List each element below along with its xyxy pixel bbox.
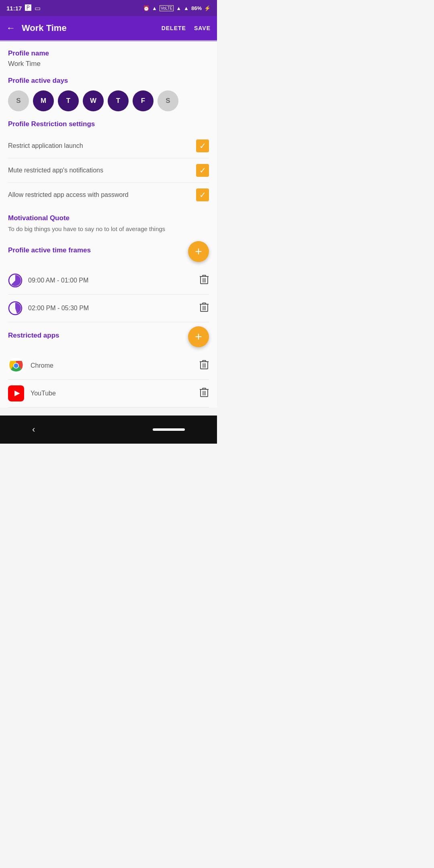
time-frame-item-0: 09:00 AM - 01:00 PM bbox=[8, 267, 209, 295]
clock-icon bbox=[8, 273, 23, 288]
day-circle-m[interactable]: M bbox=[33, 90, 54, 111]
restricted-apps-section: Restricted apps + Chrome bbox=[8, 326, 209, 407]
signal2-icon: ▲ bbox=[184, 5, 189, 11]
nav-back-icon[interactable]: ‹ bbox=[32, 424, 35, 435]
trash-icon bbox=[199, 359, 209, 370]
add-restricted-app-button[interactable]: + bbox=[188, 326, 209, 347]
battery-icon: ⚡ bbox=[204, 5, 211, 11]
clock-icon bbox=[8, 301, 23, 315]
restricted-apps-list: Chrome YouTube bbox=[8, 352, 209, 407]
day-circle-f[interactable]: F bbox=[133, 90, 154, 111]
restriction-checkbox-0[interactable]: ✓ bbox=[196, 139, 209, 152]
app-item-chrome: Chrome bbox=[8, 352, 209, 380]
restriction-section: Profile Restriction settings Restrict ap… bbox=[8, 120, 209, 207]
delete-app-youtube[interactable] bbox=[199, 387, 209, 400]
restriction-item-0: Restrict application launch ✓ bbox=[8, 134, 209, 158]
restriction-item-2: Allow restricted app access with passwor… bbox=[8, 183, 209, 207]
time-range-0: 09:00 AM - 01:00 PM bbox=[28, 277, 88, 284]
parking-icon: 🅿 bbox=[25, 4, 31, 12]
status-bar: 11:17 🅿 ▭ ⏰ ▲ VoLTE ▲ ▲ 86% ⚡ bbox=[0, 0, 217, 16]
trash-icon bbox=[199, 387, 209, 397]
profile-name-label: Profile name bbox=[8, 49, 209, 57]
restricted-apps-header: Restricted apps + bbox=[8, 326, 209, 347]
trash-icon bbox=[199, 302, 209, 312]
profile-name-value: Work Time bbox=[8, 60, 209, 68]
days-row: SMTWTFS bbox=[8, 90, 209, 111]
restricted-apps-label: Restricted apps bbox=[8, 332, 59, 340]
time-frame-item-1: 02:00 PM - 05:30 PM bbox=[8, 295, 209, 322]
active-days-label: Profile active days bbox=[8, 77, 209, 85]
save-button[interactable]: SAVE bbox=[194, 25, 211, 31]
delete-button[interactable]: DELETE bbox=[162, 25, 186, 31]
restriction-checkbox-1[interactable]: ✓ bbox=[196, 164, 209, 177]
day-circle-s[interactable]: S bbox=[8, 90, 29, 111]
status-icons: ⏰ ▲ VoLTE ▲ ▲ 86% ⚡ bbox=[143, 5, 211, 11]
add-time-frame-button[interactable]: + bbox=[188, 241, 209, 262]
quote-label: Motivational Quote bbox=[8, 214, 209, 222]
time-range-1: 02:00 PM - 05:30 PM bbox=[28, 305, 89, 312]
app-name-0: Chrome bbox=[31, 362, 53, 369]
restriction-text-0: Restrict application launch bbox=[8, 142, 83, 149]
restriction-checkbox-2[interactable]: ✓ bbox=[196, 188, 209, 201]
time-frames-header: Profile active time frames + bbox=[8, 241, 209, 262]
alarm-icon: ⏰ bbox=[143, 5, 149, 11]
delete-time-frame-0[interactable] bbox=[199, 274, 209, 287]
signal-icon: ▲ bbox=[176, 5, 181, 11]
delete-time-frame-1[interactable] bbox=[199, 302, 209, 315]
svg-point-21 bbox=[14, 363, 18, 368]
youtube-app-icon bbox=[8, 385, 24, 401]
volte-icon: VoLTE bbox=[160, 5, 174, 11]
status-time: 11:17 bbox=[6, 5, 22, 12]
app-bar: ← Work Time DELETE SAVE bbox=[0, 16, 217, 40]
wifi-icon: ▲ bbox=[152, 5, 157, 11]
app-item-left-1: YouTube bbox=[8, 385, 56, 401]
back-button[interactable]: ← bbox=[6, 23, 15, 33]
restriction-item-1: Mute restricted app's notifications ✓ bbox=[8, 158, 209, 183]
battery-level: 86% bbox=[191, 5, 202, 11]
restriction-text-2: Allow restricted app access with passwor… bbox=[8, 191, 129, 199]
profile-name-section: Profile name Work Time bbox=[8, 49, 209, 68]
day-circle-t[interactable]: T bbox=[108, 90, 129, 111]
time-frames-label: Profile active time frames bbox=[8, 246, 91, 254]
restriction-text-1: Mute restricted app's notifications bbox=[8, 167, 103, 174]
screen-icon: ▭ bbox=[35, 4, 41, 12]
active-days-section: Profile active days SMTWTFS bbox=[8, 77, 209, 111]
main-content: Profile name Work Time Profile active da… bbox=[0, 41, 217, 407]
app-item-left-0: Chrome bbox=[8, 358, 53, 374]
app-name-1: YouTube bbox=[31, 390, 56, 397]
day-circle-t[interactable]: T bbox=[58, 90, 79, 111]
time-frames-section: Profile active time frames + 09:00 AM - … bbox=[8, 241, 209, 322]
app-bar-title: Work Time bbox=[22, 23, 155, 33]
time-frames-list: 09:00 AM - 01:00 PM 02:00 bbox=[8, 267, 209, 322]
quote-text: To do big things you have to say no to l… bbox=[8, 225, 209, 234]
trash-icon bbox=[199, 274, 209, 285]
time-frame-left-0: 09:00 AM - 01:00 PM bbox=[8, 273, 88, 288]
quote-section: Motivational Quote To do big things you … bbox=[8, 214, 209, 234]
time-frame-left-1: 02:00 PM - 05:30 PM bbox=[8, 301, 89, 315]
day-circle-w[interactable]: W bbox=[83, 90, 104, 111]
app-bar-actions: DELETE SAVE bbox=[162, 25, 211, 31]
nav-home-pill[interactable] bbox=[153, 428, 185, 431]
day-circle-s[interactable]: S bbox=[158, 90, 178, 111]
bottom-nav: ‹ bbox=[0, 416, 217, 444]
app-item-youtube: YouTube bbox=[8, 380, 209, 407]
chrome-app-icon bbox=[8, 358, 24, 374]
restriction-label: Profile Restriction settings bbox=[8, 120, 209, 128]
delete-app-chrome[interactable] bbox=[199, 359, 209, 372]
